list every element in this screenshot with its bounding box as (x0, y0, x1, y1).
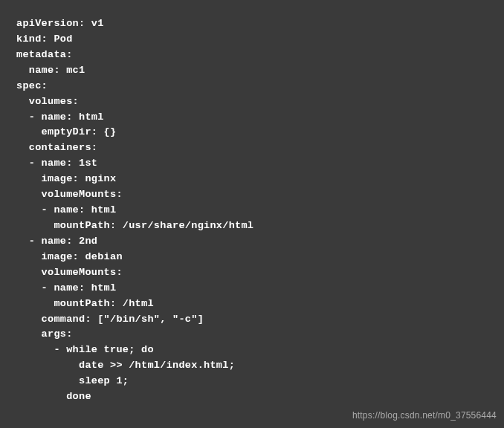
code-line: spec: (16, 79, 488, 94)
code-line: volumeMounts: (16, 187, 488, 203)
code-line: volumes: (16, 94, 488, 110)
code-line: containers: (16, 140, 488, 156)
code-line: - name: 1st (16, 156, 488, 172)
code-line: date >> /html/index.html; (16, 358, 488, 374)
code-line: kind: Pod (16, 32, 488, 48)
code-line: mountPath: /usr/share/nginx/html (16, 218, 488, 234)
code-line: image: nginx (16, 172, 488, 187)
watermark-text: https://blog.csdn.net/m0_37556444 (352, 410, 497, 421)
code-line: sleep 1; (16, 374, 488, 389)
code-line: mountPath: /html (16, 296, 488, 312)
code-line: image: debian (16, 250, 488, 265)
code-line: done (16, 389, 488, 405)
code-line: volumeMounts: (16, 265, 488, 281)
code-line: - name: html (16, 203, 488, 218)
code-line: apiVersion: v1 (16, 16, 488, 32)
code-line: - while true; do (16, 343, 488, 358)
code-block: apiVersion: v1 kind: Pod metadata: name:… (0, 0, 504, 421)
code-line: metadata: (16, 48, 488, 63)
code-line: args: (16, 327, 488, 343)
code-line: emptyDir: {} (16, 125, 488, 140)
code-line: name: mc1 (16, 63, 488, 79)
code-line: command: ["/bin/sh", "-c"] (16, 312, 488, 328)
code-line: - name: 2nd (16, 234, 488, 250)
code-line: - name: html (16, 110, 488, 126)
code-line: - name: html (16, 281, 488, 296)
